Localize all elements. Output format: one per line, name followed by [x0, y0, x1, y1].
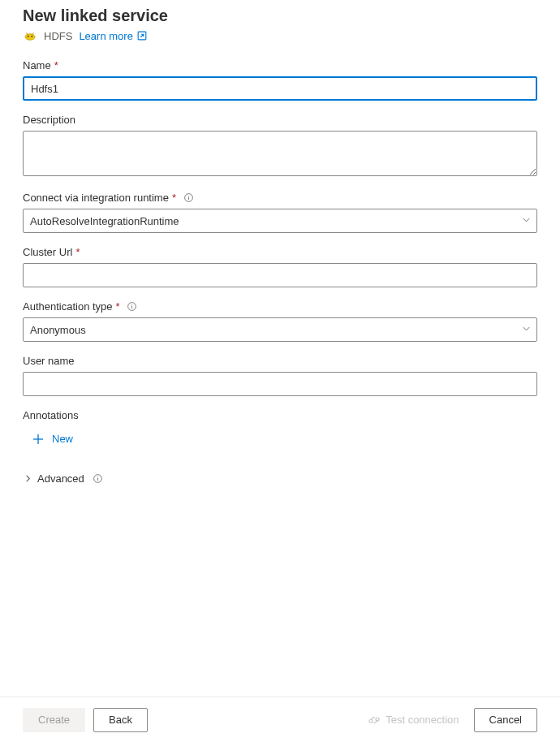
footer: Create Back Test connection Cancel — [0, 697, 560, 742]
external-link-icon — [136, 30, 148, 41]
auth-type-select[interactable]: Anonymous — [23, 317, 537, 342]
auth-type-label: Authentication type * — [23, 300, 537, 313]
description-label: Description — [23, 114, 537, 126]
chevron-right-icon — [23, 474, 32, 484]
annotations-group: Annotations New — [23, 409, 537, 448]
user-name-input[interactable] — [23, 372, 537, 396]
add-annotation-button[interactable]: New — [23, 429, 73, 448]
hdfs-icon — [23, 28, 37, 43]
svg-point-16 — [376, 718, 379, 721]
required-indicator: * — [172, 192, 176, 204]
cluster-url-group: Cluster Url * — [23, 246, 537, 287]
user-name-label: User name — [23, 355, 537, 367]
footer-left: Create Back — [23, 708, 148, 732]
name-group: Name * — [23, 59, 537, 101]
cluster-url-label: Cluster Url * — [23, 246, 537, 258]
required-indicator: * — [54, 59, 58, 71]
user-name-group: User name — [23, 355, 537, 396]
linked-service-panel: New linked service HDFS Learn more Name — [0, 0, 560, 485]
page-title: New linked service — [23, 6, 537, 25]
subheader: HDFS Learn more — [23, 28, 537, 43]
learn-more-link[interactable]: Learn more — [79, 30, 147, 42]
runtime-group: Connect via integration runtime * AutoRe… — [23, 192, 537, 233]
cancel-button[interactable]: Cancel — [474, 708, 537, 732]
info-icon[interactable] — [93, 473, 104, 485]
name-label: Name * — [23, 59, 537, 71]
runtime-select[interactable]: AutoResolveIntegrationRuntime — [23, 209, 537, 233]
plus-icon — [32, 434, 44, 445]
connection-icon — [368, 714, 381, 727]
annotations-label: Annotations — [23, 409, 537, 421]
back-button[interactable]: Back — [93, 708, 148, 732]
advanced-toggle[interactable]: Advanced — [23, 472, 104, 485]
svg-point-8 — [131, 304, 132, 305]
svg-point-13 — [97, 477, 98, 477]
service-type-label: HDFS — [44, 30, 72, 42]
info-icon[interactable] — [183, 192, 194, 204]
required-indicator: * — [116, 300, 120, 313]
footer-right: Test connection Cancel — [361, 708, 537, 732]
test-connection-button: Test connection — [361, 714, 465, 727]
runtime-label: Connect via integration runtime * — [23, 192, 537, 204]
description-group: Description — [23, 114, 537, 179]
svg-point-0 — [25, 34, 35, 41]
svg-point-15 — [369, 719, 373, 723]
create-button[interactable]: Create — [23, 708, 85, 732]
auth-type-group: Authentication type * Anonymous — [23, 300, 537, 342]
svg-point-5 — [188, 196, 189, 196]
svg-point-1 — [28, 36, 29, 37]
description-input[interactable] — [23, 131, 537, 176]
info-icon[interactable] — [127, 301, 138, 313]
required-indicator: * — [75, 246, 80, 258]
svg-point-2 — [31, 36, 32, 37]
cluster-url-input[interactable] — [23, 263, 537, 287]
name-input[interactable] — [23, 76, 537, 101]
